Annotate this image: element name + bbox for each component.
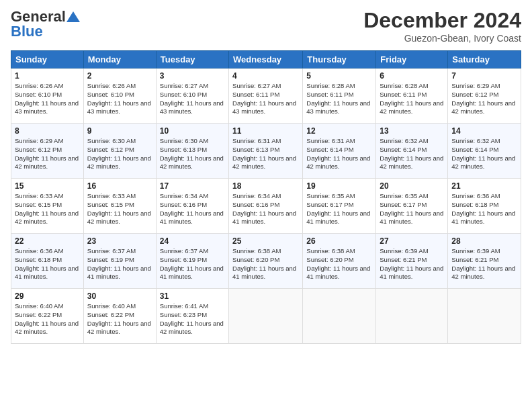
day-number: 12 <box>306 126 372 136</box>
title-block: December 2024 Guezon-Gbean, Ivory Coast <box>363 8 521 44</box>
calendar-cell: 20Sunrise: 6:35 AMSunset: 6:17 PMDayligh… <box>376 179 448 234</box>
day-number: 26 <box>306 236 372 246</box>
day-number: 18 <box>232 181 299 191</box>
day-header-friday: Friday <box>376 51 448 68</box>
calendar-cell: 14Sunrise: 6:32 AMSunset: 6:14 PMDayligh… <box>448 124 521 179</box>
calendar-week-5: 29Sunrise: 6:40 AMSunset: 6:22 PMDayligh… <box>11 289 521 344</box>
day-info: Sunrise: 6:31 AMSunset: 6:13 PMDaylight:… <box>232 137 299 171</box>
calendar-cell: 31Sunrise: 6:41 AMSunset: 6:23 PMDayligh… <box>156 289 228 344</box>
day-info: Sunrise: 6:38 AMSunset: 6:20 PMDaylight:… <box>306 247 372 281</box>
calendar-cell: 27Sunrise: 6:39 AMSunset: 6:21 PMDayligh… <box>376 234 448 289</box>
day-number: 28 <box>451 236 517 246</box>
day-number: 25 <box>232 236 299 246</box>
day-info: Sunrise: 6:26 AMSunset: 6:10 PMDaylight:… <box>87 82 152 116</box>
day-info: Sunrise: 6:29 AMSunset: 6:12 PMDaylight:… <box>15 137 80 171</box>
calendar-cell: 6Sunrise: 6:28 AMSunset: 6:11 PMDaylight… <box>376 68 448 124</box>
calendar-cell: 12Sunrise: 6:31 AMSunset: 6:14 PMDayligh… <box>303 124 376 179</box>
calendar-header-row: SundayMondayTuesdayWednesdayThursdayFrid… <box>11 51 521 68</box>
calendar-cell: 19Sunrise: 6:35 AMSunset: 6:17 PMDayligh… <box>303 179 376 234</box>
day-number: 19 <box>306 181 372 191</box>
calendar-cell <box>229 289 303 344</box>
calendar-cell: 28Sunrise: 6:39 AMSunset: 6:21 PMDayligh… <box>448 234 521 289</box>
day-info: Sunrise: 6:28 AMSunset: 6:11 PMDaylight:… <box>306 82 372 116</box>
calendar-cell: 16Sunrise: 6:33 AMSunset: 6:15 PMDayligh… <box>83 179 156 234</box>
day-number: 27 <box>380 236 444 246</box>
calendar-cell: 17Sunrise: 6:34 AMSunset: 6:16 PMDayligh… <box>156 179 228 234</box>
day-info: Sunrise: 6:33 AMSunset: 6:15 PMDaylight:… <box>87 192 152 226</box>
day-number: 1 <box>15 71 80 81</box>
day-info: Sunrise: 6:26 AMSunset: 6:10 PMDaylight:… <box>15 82 80 116</box>
calendar-cell: 29Sunrise: 6:40 AMSunset: 6:22 PMDayligh… <box>11 289 84 344</box>
calendar-cell: 4Sunrise: 6:27 AMSunset: 6:11 PMDaylight… <box>229 68 303 124</box>
day-info: Sunrise: 6:39 AMSunset: 6:21 PMDaylight:… <box>380 247 444 281</box>
day-number: 16 <box>87 181 152 191</box>
day-number: 13 <box>380 126 444 136</box>
day-number: 24 <box>160 236 225 246</box>
day-number: 29 <box>15 291 80 301</box>
calendar-cell: 2Sunrise: 6:26 AMSunset: 6:10 PMDaylight… <box>83 68 156 124</box>
day-info: Sunrise: 6:39 AMSunset: 6:21 PMDaylight:… <box>451 247 517 281</box>
day-number: 11 <box>232 126 299 136</box>
calendar-cell: 7Sunrise: 6:29 AMSunset: 6:12 PMDaylight… <box>448 68 521 124</box>
day-header-sunday: Sunday <box>11 51 84 68</box>
calendar-cell: 8Sunrise: 6:29 AMSunset: 6:12 PMDaylight… <box>11 124 84 179</box>
day-header-tuesday: Tuesday <box>156 51 228 68</box>
day-info: Sunrise: 6:41 AMSunset: 6:23 PMDaylight:… <box>160 302 225 336</box>
calendar-week-4: 22Sunrise: 6:36 AMSunset: 6:18 PMDayligh… <box>11 234 521 289</box>
day-info: Sunrise: 6:30 AMSunset: 6:12 PMDaylight:… <box>87 137 152 171</box>
day-number: 2 <box>87 71 152 81</box>
day-number: 30 <box>87 291 152 301</box>
day-number: 20 <box>380 181 444 191</box>
day-number: 17 <box>160 181 225 191</box>
day-number: 14 <box>451 126 517 136</box>
day-number: 31 <box>160 291 225 301</box>
calendar-cell: 9Sunrise: 6:30 AMSunset: 6:12 PMDaylight… <box>83 124 156 179</box>
logo-triangle-icon <box>66 10 80 24</box>
day-number: 5 <box>306 71 372 81</box>
calendar-cell: 13Sunrise: 6:32 AMSunset: 6:14 PMDayligh… <box>376 124 448 179</box>
day-number: 3 <box>160 71 225 81</box>
day-info: Sunrise: 6:34 AMSunset: 6:16 PMDaylight:… <box>160 192 225 226</box>
header: General Blue December 2024 Guezon-Gbean,… <box>11 8 521 44</box>
day-number: 7 <box>451 71 517 81</box>
calendar-cell: 18Sunrise: 6:34 AMSunset: 6:16 PMDayligh… <box>229 179 303 234</box>
day-info: Sunrise: 6:40 AMSunset: 6:22 PMDaylight:… <box>87 302 152 336</box>
day-number: 9 <box>87 126 152 136</box>
day-info: Sunrise: 6:28 AMSunset: 6:11 PMDaylight:… <box>380 82 444 116</box>
calendar-cell: 3Sunrise: 6:27 AMSunset: 6:10 PMDaylight… <box>156 68 228 124</box>
day-number: 22 <box>15 236 80 246</box>
day-number: 15 <box>15 181 80 191</box>
day-number: 8 <box>15 126 80 136</box>
day-number: 4 <box>232 71 299 81</box>
calendar-cell: 23Sunrise: 6:37 AMSunset: 6:19 PMDayligh… <box>83 234 156 289</box>
calendar-week-1: 1Sunrise: 6:26 AMSunset: 6:10 PMDaylight… <box>11 68 521 124</box>
calendar-cell <box>303 289 376 344</box>
calendar-cell: 24Sunrise: 6:37 AMSunset: 6:19 PMDayligh… <box>156 234 228 289</box>
day-header-saturday: Saturday <box>448 51 521 68</box>
calendar-cell: 26Sunrise: 6:38 AMSunset: 6:20 PMDayligh… <box>303 234 376 289</box>
calendar-cell: 22Sunrise: 6:36 AMSunset: 6:18 PMDayligh… <box>11 234 84 289</box>
day-info: Sunrise: 6:37 AMSunset: 6:19 PMDaylight:… <box>160 247 225 281</box>
day-info: Sunrise: 6:31 AMSunset: 6:14 PMDaylight:… <box>306 137 372 171</box>
page: General Blue December 2024 Guezon-Gbean,… <box>0 0 532 411</box>
logo: General Blue <box>11 8 80 40</box>
day-info: Sunrise: 6:32 AMSunset: 6:14 PMDaylight:… <box>380 137 444 171</box>
day-info: Sunrise: 6:35 AMSunset: 6:17 PMDaylight:… <box>380 192 444 226</box>
day-header-monday: Monday <box>83 51 156 68</box>
logo-blue-text: Blue <box>11 23 43 40</box>
day-info: Sunrise: 6:27 AMSunset: 6:10 PMDaylight:… <box>160 82 225 116</box>
day-number: 10 <box>160 126 225 136</box>
calendar-week-3: 15Sunrise: 6:33 AMSunset: 6:15 PMDayligh… <box>11 179 521 234</box>
calendar-cell: 30Sunrise: 6:40 AMSunset: 6:22 PMDayligh… <box>83 289 156 344</box>
day-header-wednesday: Wednesday <box>229 51 303 68</box>
day-info: Sunrise: 6:34 AMSunset: 6:16 PMDaylight:… <box>232 192 299 226</box>
calendar-cell: 25Sunrise: 6:38 AMSunset: 6:20 PMDayligh… <box>229 234 303 289</box>
day-info: Sunrise: 6:32 AMSunset: 6:14 PMDaylight:… <box>451 137 517 171</box>
day-info: Sunrise: 6:37 AMSunset: 6:19 PMDaylight:… <box>87 247 152 281</box>
calendar-cell: 15Sunrise: 6:33 AMSunset: 6:15 PMDayligh… <box>11 179 84 234</box>
day-info: Sunrise: 6:29 AMSunset: 6:12 PMDaylight:… <box>451 82 517 116</box>
calendar-cell: 10Sunrise: 6:30 AMSunset: 6:13 PMDayligh… <box>156 124 228 179</box>
day-number: 6 <box>380 71 444 81</box>
month-title: December 2024 <box>363 8 521 33</box>
day-info: Sunrise: 6:40 AMSunset: 6:22 PMDaylight:… <box>15 302 80 336</box>
